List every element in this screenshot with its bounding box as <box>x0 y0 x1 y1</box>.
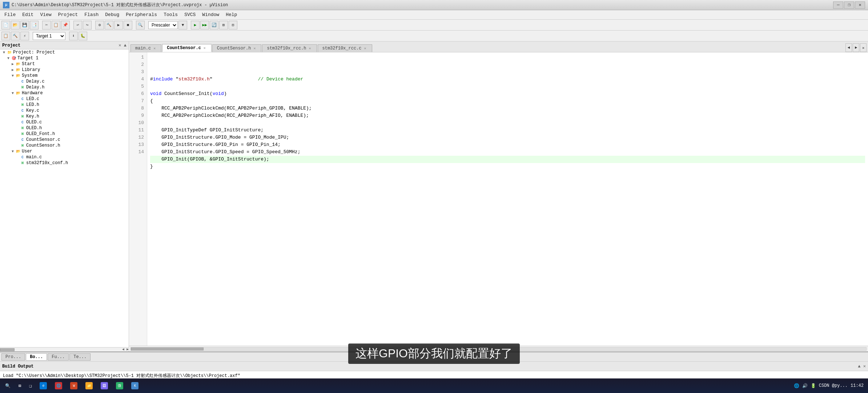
save-all-button[interactable]: 📑 <box>30 21 39 29</box>
minimize-button[interactable]: ─ <box>833 1 843 9</box>
restore-button[interactable]: ❐ <box>844 1 854 9</box>
reset-button[interactable]: 🔄 <box>210 21 218 29</box>
tree-item-countsensor-c[interactable]: CCountSensor.c <box>0 137 129 143</box>
close-button[interactable]: ✕ <box>855 1 865 9</box>
flash-button[interactable]: ⬇ <box>69 32 78 40</box>
open-button[interactable]: 📂 <box>11 21 20 29</box>
bottom-tab-te---[interactable]: Te... <box>69 353 91 361</box>
code-line-4[interactable]: { <box>150 98 865 105</box>
build2-button[interactable]: 🔨 <box>11 32 20 40</box>
tree-item-delay-c[interactable]: CDelay.c <box>0 79 129 84</box>
tree-item-key-c[interactable]: CKey.c <box>0 108 129 114</box>
sidebar-scrollbar[interactable]: ◄ ► <box>0 347 129 352</box>
tab-countsensor-c[interactable]: CountSensor.c✕ <box>162 44 212 52</box>
copy-button[interactable]: 📋 <box>52 21 60 29</box>
extra2-button[interactable]: ⊟ <box>229 21 237 29</box>
sidebar-content[interactable]: ▼📁Project: Project▼🎯Target 1▶📂Start▶📂Lib… <box>0 49 129 347</box>
prescaler-select[interactable]: Prescaler <box>148 21 178 29</box>
scroll-thumb[interactable] <box>131 348 204 350</box>
search-taskbar[interactable]: 🔍 <box>1 380 14 392</box>
tab-close-icon[interactable]: ✕ <box>308 46 312 51</box>
cut-button[interactable]: ✂ <box>42 21 51 29</box>
code-line-1[interactable]: #include "stm32f10x.h" // Device header <box>150 76 865 83</box>
menu-peripherals[interactable]: Peripherals <box>123 11 160 18</box>
menu-edit[interactable]: Edit <box>19 11 36 18</box>
tab-nav-left[interactable]: ◄ <box>845 43 852 52</box>
edge-taskbar[interactable]: e <box>36 380 51 392</box>
tree-item-system[interactable]: ▼📂System <box>0 73 129 79</box>
tab-stm32f10x-rcc-h[interactable]: stm32f10x_rcc.h✕ <box>262 44 317 52</box>
prescaler-dropdown[interactable]: ▼ <box>178 21 187 29</box>
code-line-12[interactable]: GPIO_Init(GPIOB, &GPIO_InitStructure); <box>150 156 865 163</box>
explorer-taskbar[interactable]: 📁 <box>82 380 96 392</box>
code-line-13[interactable]: } <box>150 163 865 170</box>
code-line-10[interactable]: GPIO_InitStructure.GPIO_Pin = GPIO_Pin_1… <box>150 141 865 148</box>
compile-button[interactable]: ⚡ <box>20 32 29 40</box>
menu-flash[interactable]: Flash <box>81 11 101 18</box>
stop-button[interactable]: ■ <box>124 21 132 29</box>
tree-item-start[interactable]: ▶📂Start <box>0 61 129 67</box>
editor-content[interactable]: 1234567891011121314 #include "stm32f10x.… <box>129 52 868 346</box>
word-taskbar[interactable]: W <box>67 380 81 392</box>
tab-close-icon[interactable]: ✕ <box>202 46 207 50</box>
menu-view[interactable]: View <box>37 11 54 18</box>
photos-taskbar[interactable]: 🖼 <box>97 380 112 392</box>
tree-item-user[interactable]: ▼📂User <box>0 148 129 154</box>
code-line-7[interactable] <box>150 119 865 127</box>
debug2-button[interactable]: 🐛 <box>79 32 87 40</box>
bottom-tab-fu---[interactable]: Fu... <box>48 353 69 361</box>
project-options-button[interactable]: 📋 <box>1 32 10 40</box>
code-area[interactable]: #include "stm32f10x.h" // Device header … <box>147 52 868 346</box>
menu-window[interactable]: Window <box>199 11 222 18</box>
code-line-5[interactable]: RCC_APB2PeriphClockCmd(RCC_APB2Periph_GP… <box>150 105 865 112</box>
redo-button[interactable]: ↪ <box>83 21 92 29</box>
code-line-11[interactable]: GPIO_InitStructure.GPIO_Speed = GPIO_Spe… <box>150 148 865 156</box>
menu-svcs[interactable]: SVCS <box>181 11 198 18</box>
new-button[interactable]: 📄 <box>1 21 10 29</box>
menu-tools[interactable]: Tools <box>161 11 181 18</box>
tab-main-c[interactable]: main.c✕ <box>130 44 161 52</box>
debug-button[interactable]: ▶ <box>114 21 123 29</box>
menu-project[interactable]: Project <box>55 11 81 18</box>
tree-item-key-h[interactable]: HKey.h <box>0 114 129 119</box>
code-line-9[interactable]: GPIO_InitStructure.GPIO_Mode = GPIO_Mode… <box>150 134 865 141</box>
tree-item-delay-h[interactable]: HDelay.h <box>0 84 129 90</box>
target-select[interactable]: Target 1 <box>33 32 65 40</box>
extra1-button[interactable]: ⊞ <box>219 21 228 29</box>
tab-countsensor-h[interactable]: CountSensor.h✕ <box>212 44 262 52</box>
paste-button[interactable]: 📌 <box>61 21 70 29</box>
bottom-tab-pro---[interactable]: Pro... <box>1 353 25 361</box>
menu-debug[interactable]: Debug <box>102 11 122 18</box>
tree-item-oled-c[interactable]: COLED.c <box>0 119 129 125</box>
run-button[interactable]: ▶ <box>191 21 200 29</box>
tab-nav-right[interactable]: ► <box>853 43 859 52</box>
code-line-6[interactable]: RCC_APB2PeriphClockCmd(RCC_APB2Periph_AF… <box>150 112 865 119</box>
tab-close-icon[interactable]: ✕ <box>252 46 257 51</box>
tab-close-icon[interactable]: ✕ <box>152 46 157 51</box>
tree-item-oled-font-h[interactable]: HOLED_Font.h <box>0 131 129 137</box>
tree-item-library[interactable]: ▶📂Library <box>0 67 129 73</box>
bottom-tab-bo---[interactable]: Bo... <box>26 353 47 361</box>
undo-button[interactable]: ↩ <box>73 21 82 29</box>
tree-root[interactable]: ▼📁Project: Project <box>0 49 129 55</box>
run2-button[interactable]: ▶▶ <box>200 21 209 29</box>
tree-item-countsensor-h[interactable]: HCountSensor.h <box>0 143 129 148</box>
menu-help[interactable]: Help <box>223 11 240 18</box>
code-line-8[interactable]: GPIO_InitTypeDef GPIO_InitStructure; <box>150 127 865 134</box>
tree-item-target-1[interactable]: ▼🎯Target 1 <box>0 55 129 61</box>
code-line-2[interactable] <box>150 83 865 90</box>
tree-item-hardware[interactable]: ▼📂Hardware <box>0 90 129 96</box>
tree-item-stm32f10x-conf-h[interactable]: Hstm32f10x_conf.h <box>0 160 129 166</box>
tree-item-oled-h[interactable]: HOLED.h <box>0 125 129 131</box>
save-button[interactable]: 💾 <box>20 21 29 29</box>
task-view-button[interactable]: ❑ <box>25 380 35 392</box>
menu-file[interactable]: File <box>1 11 19 18</box>
find-button[interactable]: 🔍 <box>136 21 145 29</box>
weixin-taskbar[interactable]: 微 <box>112 380 127 392</box>
chrome-taskbar[interactable]: 🌐 <box>51 380 66 392</box>
build-button[interactable]: ⚙ <box>95 21 104 29</box>
tree-item-led-c[interactable]: CLED.c <box>0 96 129 102</box>
start-button[interactable]: ⊞ <box>15 380 25 392</box>
tab-close-icon[interactable]: ✕ <box>363 46 367 51</box>
tree-item-led-h[interactable]: HLED.h <box>0 102 129 108</box>
